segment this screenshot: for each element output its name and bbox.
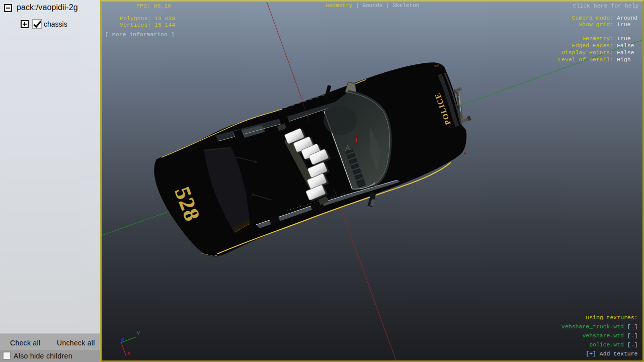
svg-text:z: z <box>122 336 125 343</box>
svg-text:x: x <box>127 350 131 356</box>
svg-text:y: y <box>137 329 140 336</box>
